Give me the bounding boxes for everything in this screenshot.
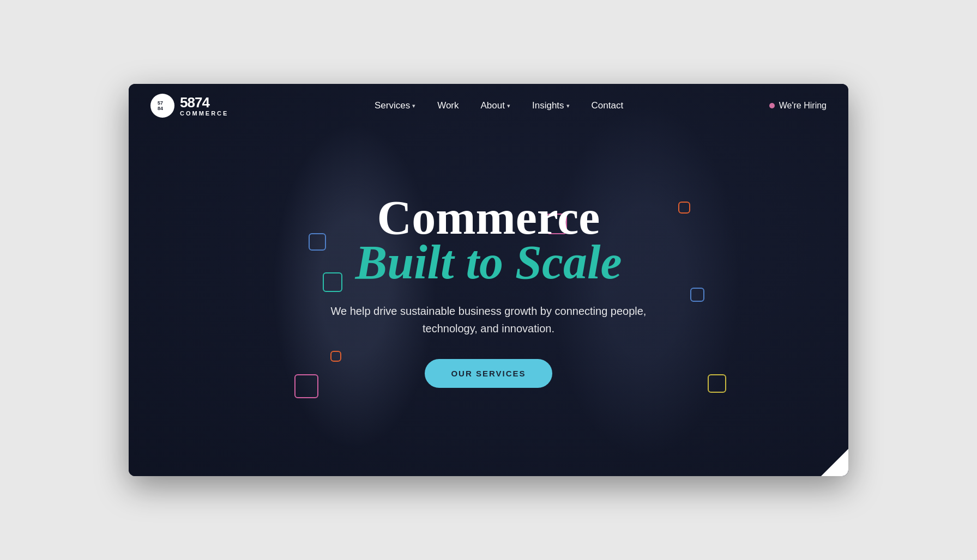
- hero-subtitle: We help drive sustainable business growt…: [330, 302, 647, 337]
- nav-link-insights[interactable]: Insights ▾: [523, 96, 578, 115]
- hiring-label: We're Hiring: [779, 101, 827, 111]
- logo[interactable]: 57 84 5874 COMMERCE: [150, 94, 228, 118]
- nav-link-work[interactable]: Work: [429, 96, 467, 115]
- navbar: 57 84 5874 COMMERCE Services ▾: [129, 84, 848, 127]
- nav-link-contact[interactable]: Contact: [583, 96, 632, 115]
- nav-item-services[interactable]: Services ▾: [366, 96, 424, 115]
- hero-title-white: Commerce: [377, 194, 600, 242]
- logo-number: 5874: [180, 95, 228, 111]
- chevron-down-icon-insights: ▾: [566, 102, 570, 109]
- chevron-down-icon: ▾: [412, 102, 415, 109]
- chevron-down-icon-about: ▾: [507, 102, 510, 109]
- logo-sub: COMMERCE: [180, 110, 228, 117]
- hero-content: Commerce Built to Scale We help drive su…: [129, 127, 848, 476]
- hero-title-teal: Built to Scale: [355, 236, 622, 289]
- svg-text:84: 84: [158, 106, 163, 111]
- cta-button[interactable]: OUR SERVICES: [425, 359, 552, 388]
- logo-text: 5874 COMMERCE: [180, 95, 228, 117]
- nav-link-services[interactable]: Services ▾: [366, 96, 424, 115]
- hiring-dot-icon: [769, 103, 775, 108]
- nav-item-contact[interactable]: Contact: [583, 96, 632, 115]
- svg-text:57: 57: [158, 100, 163, 106]
- hero-section: 57 84 5874 COMMERCE Services ▾: [129, 84, 848, 476]
- browser-frame: 57 84 5874 COMMERCE Services ▾: [129, 84, 848, 476]
- logo-icon: 57 84: [150, 94, 174, 118]
- hiring-badge[interactable]: We're Hiring: [769, 101, 827, 111]
- nav-item-about[interactable]: About ▾: [472, 96, 519, 115]
- nav-links: Services ▾ Work About ▾: [366, 96, 632, 115]
- nav-link-about[interactable]: About ▾: [472, 96, 519, 115]
- nav-item-insights[interactable]: Insights ▾: [523, 96, 578, 115]
- logo-svg: 57 84: [154, 97, 171, 114]
- nav-item-work[interactable]: Work: [429, 96, 467, 115]
